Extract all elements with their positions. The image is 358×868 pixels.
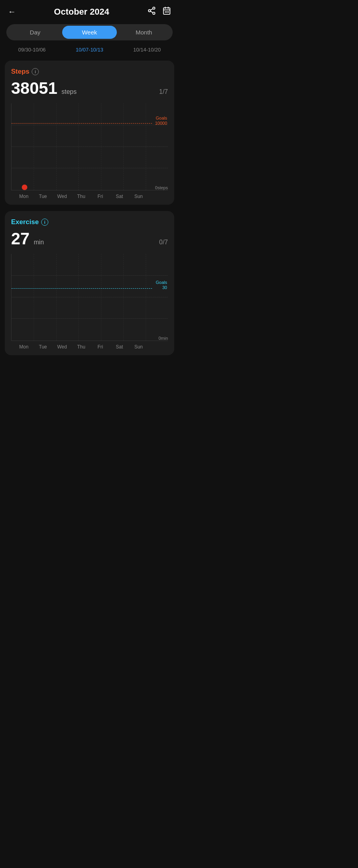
week-nav-prev[interactable]: 09/30-10/06 [18, 47, 46, 53]
svg-rect-10 [166, 11, 168, 13]
exercise-xlabel-sun: Sun [129, 344, 148, 350]
exercise-x-labels: MonTueWedThuFriSatSun [11, 343, 168, 350]
svg-rect-11 [168, 11, 169, 13]
tab-month[interactable]: Month [117, 26, 171, 39]
page-title: October 2024 [54, 7, 109, 17]
steps-title: Steps i [11, 68, 168, 76]
back-button[interactable]: ← [8, 7, 16, 16]
steps-card: Steps i 38051 steps 1/7 Goals10000 0step… [5, 61, 174, 205]
steps-xlabel-sun: Sun [129, 194, 148, 199]
exercise-xlabel-mon: Mon [14, 344, 33, 350]
exercise-unit: min [34, 239, 44, 246]
exercise-chart: Goals30 0min [11, 254, 168, 341]
exercise-goal-label: Goals30 [156, 280, 167, 290]
steps-bars [15, 103, 150, 190]
exercise-bars [15, 254, 150, 341]
steps-ratio: 1/7 [159, 88, 168, 95]
exercise-info-icon[interactable]: i [41, 219, 48, 226]
exercise-xlabel-wed: Wed [53, 344, 72, 350]
steps-goal-label: Goals10000 [155, 116, 167, 126]
svg-line-4 [150, 9, 153, 10]
header: ← October 2024 [0, 0, 179, 21]
steps-xlabel-wed: Wed [53, 194, 72, 199]
exercise-xlabel-tue: Tue [33, 344, 52, 350]
steps-value-row: 38051 steps 1/7 [11, 79, 168, 98]
share-button[interactable] [147, 6, 156, 17]
exercise-xlabel-fri: Fri [91, 344, 110, 350]
header-icons [147, 6, 171, 17]
steps-chart: Goals10000 0steps [11, 103, 168, 190]
steps-zero-label: 0steps [155, 185, 168, 190]
exercise-xlabel-sat: Sat [110, 344, 129, 350]
steps-bar-mon [15, 185, 34, 190]
steps-xlabel-tue: Tue [33, 194, 52, 199]
steps-xlabel-fri: Fri [91, 194, 110, 199]
exercise-card: Exercise i 27 min 0/7 Goals30 0min MonTu… [5, 211, 174, 355]
exercise-value: 27 [11, 229, 30, 248]
tab-day[interactable]: Day [8, 26, 62, 39]
exercise-value-group: 27 min [11, 229, 44, 248]
calendar-button[interactable] [162, 6, 171, 17]
week-nav: 09/30-10/06 10/07-10/13 10/14-10/20 [0, 45, 179, 57]
steps-xlabel-mon: Mon [14, 194, 33, 199]
steps-value: 38051 [11, 79, 57, 97]
steps-info-icon[interactable]: i [32, 68, 39, 75]
exercise-zero-label: 0min [158, 336, 168, 341]
steps-xlabel-thu: Thu [72, 194, 91, 199]
week-nav-next[interactable]: 10/14-10/20 [133, 47, 161, 53]
exercise-title: Exercise i [11, 218, 168, 226]
exercise-xlabel-thu: Thu [72, 344, 91, 350]
svg-line-3 [150, 11, 153, 13]
svg-rect-9 [165, 11, 166, 13]
steps-xlabel-sat: Sat [110, 194, 129, 199]
steps-x-labels: MonTueWedThuFriSatSun [11, 192, 168, 199]
steps-value-group: 38051 steps [11, 79, 77, 98]
steps-unit: steps [61, 88, 76, 95]
svg-rect-5 [164, 8, 170, 14]
tab-bar: Day Week Month [6, 24, 173, 40]
tab-week[interactable]: Week [62, 26, 116, 39]
exercise-value-row: 27 min 0/7 [11, 229, 168, 248]
week-nav-current[interactable]: 10/07-10/13 [76, 47, 103, 53]
exercise-ratio: 0/7 [159, 239, 168, 246]
